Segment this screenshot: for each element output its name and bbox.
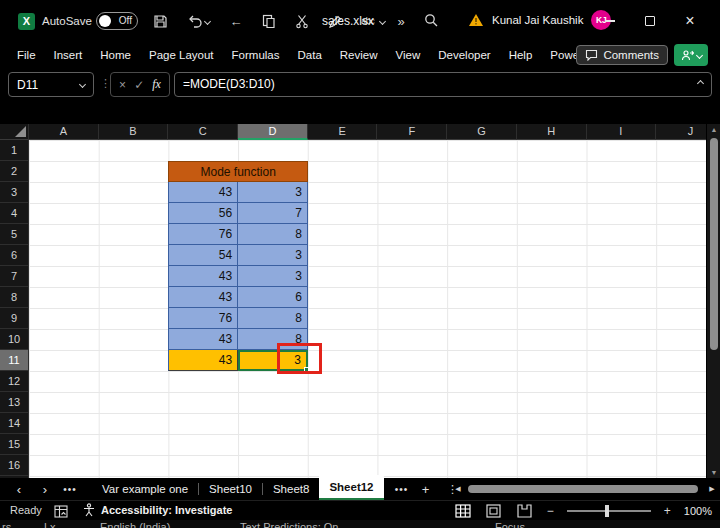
normal-view-button[interactable] [454, 503, 472, 519]
cell-d4[interactable]: 7 [238, 203, 308, 224]
sheet-tab-var-example-one[interactable]: Var example one [92, 478, 198, 500]
horizontal-scrollbar-thumb[interactable] [468, 485, 698, 493]
undo-dropdown-chevron-icon[interactable] [203, 17, 210, 24]
vertical-scrollbar[interactable]: ▲ ▼ [706, 124, 720, 478]
scroll-left-icon[interactable]: ◀ [452, 485, 464, 493]
zoom-slider-thumb[interactable] [605, 505, 609, 517]
column-header-i[interactable]: I [587, 124, 657, 140]
add-sheet-button[interactable]: + [414, 482, 438, 497]
cell-d3[interactable]: 3 [238, 182, 308, 203]
tab-view[interactable]: View [387, 42, 430, 68]
table-title-cell-c2[interactable]: Mode function [168, 161, 308, 182]
autosave-toggle[interactable]: Off [96, 12, 138, 30]
select-all-button[interactable] [0, 124, 29, 140]
save-button[interactable] [150, 11, 170, 31]
column-header-b[interactable]: B [99, 124, 169, 140]
cancel-button[interactable]: × [119, 78, 126, 92]
tab-data[interactable]: Data [289, 42, 331, 68]
sheet-nav-right-button[interactable]: › [32, 482, 58, 497]
comments-button[interactable]: Comments [576, 45, 668, 65]
cells-area[interactable]: Mode function 433 567 768 543 433 436 76… [29, 140, 706, 478]
cell-c8[interactable]: 43 [168, 287, 238, 308]
insert-function-button[interactable]: fx [152, 77, 161, 92]
share-button[interactable] [674, 44, 708, 66]
cell-c4[interactable]: 56 [168, 203, 238, 224]
row-header-16[interactable]: 16 [0, 455, 29, 476]
cell-d7[interactable]: 3 [238, 266, 308, 287]
page-break-preview-button[interactable] [516, 503, 534, 519]
zoom-level[interactable]: 100% [684, 505, 712, 517]
column-header-a[interactable]: A [29, 124, 99, 140]
row-header-7[interactable]: 7 [0, 266, 29, 287]
user-name[interactable]: Kunal Jai Kaushik [492, 14, 583, 26]
row-header-11-selected[interactable]: 11 [0, 350, 29, 371]
formula-input[interactable]: =MODE(D3:D10) [174, 72, 712, 97]
tab-formulas[interactable]: Formulas [223, 42, 289, 68]
row-header-1[interactable]: 1 [0, 140, 29, 161]
column-header-e[interactable]: E [308, 124, 378, 140]
horizontal-scrollbar[interactable]: ◀ ▶ [452, 482, 718, 496]
column-header-g[interactable]: G [447, 124, 517, 140]
document-title[interactable]: sales.xlsx [322, 14, 385, 28]
scroll-down-icon[interactable]: ▼ [707, 469, 720, 476]
cell-d9[interactable]: 8 [238, 308, 308, 329]
scroll-right-icon[interactable]: ▶ [706, 485, 718, 493]
cell-d5[interactable]: 8 [238, 224, 308, 245]
close-button[interactable]: × [670, 0, 710, 42]
column-header-h[interactable]: H [517, 124, 587, 140]
sheet-nav-left-button[interactable]: ‹ [6, 482, 32, 497]
column-header-c[interactable]: C [168, 124, 238, 140]
maximize-button[interactable] [630, 0, 670, 42]
row-header-6[interactable]: 6 [0, 245, 29, 266]
copy-button[interactable] [259, 11, 279, 31]
scroll-up-icon[interactable]: ▲ [707, 126, 720, 133]
undo-button[interactable] [183, 11, 213, 31]
zoom-in-button[interactable]: + [664, 504, 671, 518]
row-header-13[interactable]: 13 [0, 392, 29, 413]
zoom-out-button[interactable]: − [547, 504, 554, 518]
sheet-overflow-button[interactable]: ••• [390, 484, 414, 495]
cell-d8[interactable]: 6 [238, 287, 308, 308]
page-layout-view-button[interactable] [485, 503, 503, 519]
row-header-4[interactable]: 4 [0, 203, 29, 224]
cell-c9[interactable]: 76 [168, 308, 238, 329]
row-header-12[interactable]: 12 [0, 371, 29, 392]
row-header-9[interactable]: 9 [0, 308, 29, 329]
row-header-15[interactable]: 15 [0, 434, 29, 455]
excel-app-icon[interactable]: X [18, 13, 35, 30]
search-button[interactable] [424, 13, 438, 27]
tab-insert[interactable]: Insert [45, 42, 92, 68]
tab-page-layout[interactable]: Page Layout [140, 42, 223, 68]
tab-review[interactable]: Review [331, 42, 387, 68]
vertical-scrollbar-thumb[interactable] [710, 138, 718, 350]
collapse-formula-bar-icon[interactable] [697, 80, 704, 87]
cell-d6[interactable]: 3 [238, 245, 308, 266]
cell-c5[interactable]: 76 [168, 224, 238, 245]
cell-c11[interactable]: 43 [168, 350, 238, 371]
enter-button[interactable]: ✓ [134, 78, 144, 92]
column-header-f[interactable]: F [377, 124, 447, 140]
row-header-14[interactable]: 14 [0, 413, 29, 434]
tab-help[interactable]: Help [500, 42, 542, 68]
tab-developer[interactable]: Developer [429, 42, 499, 68]
sheet-tab-sheet8[interactable]: Sheet8 [263, 478, 319, 500]
name-box[interactable]: D11 [8, 72, 94, 97]
sheet-tab-sheet12-active[interactable]: Sheet12 [319, 475, 383, 500]
tab-file[interactable]: File [8, 42, 45, 68]
warning-icon[interactable] [468, 13, 484, 27]
tab-home[interactable]: Home [91, 42, 140, 68]
horizontal-scrollbar-track[interactable] [464, 484, 706, 494]
cell-c6[interactable]: 54 [168, 245, 238, 266]
row-header-5[interactable]: 5 [0, 224, 29, 245]
more-commands-button[interactable]: » [391, 11, 411, 31]
cut-button[interactable] [292, 11, 312, 31]
row-header-3[interactable]: 3 [0, 182, 29, 203]
sheet-tab-sheet10[interactable]: Sheet10 [199, 478, 262, 500]
row-header-10[interactable]: 10 [0, 329, 29, 350]
sheet-list-button[interactable]: ••• [58, 484, 82, 495]
arrow-left-button[interactable]: ← [226, 11, 246, 31]
zoom-slider[interactable] [567, 510, 651, 512]
cell-c7[interactable]: 43 [168, 266, 238, 287]
cell-c10[interactable]: 43 [168, 329, 238, 350]
accessibility-status[interactable]: Accessibility: Investigate [82, 503, 232, 517]
